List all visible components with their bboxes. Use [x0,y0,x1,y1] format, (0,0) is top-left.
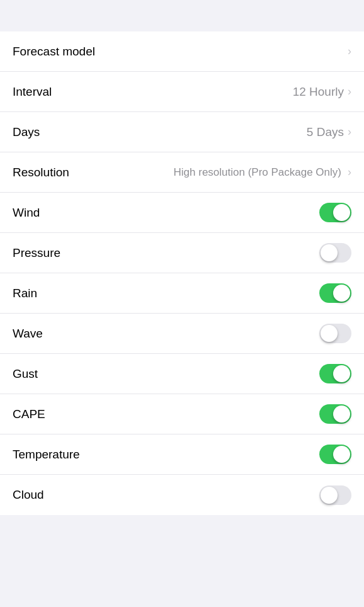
gust-row: Gust [0,354,364,394]
rain-row: Rain [0,273,364,314]
interval-row[interactable]: Interval 12 Hourly › [0,72,364,112]
chevron-right-icon: › [348,166,351,179]
days-row[interactable]: Days 5 Days › [0,112,364,152]
rain-label: Rain [13,286,37,300]
cloud-row: Cloud [0,475,364,515]
pressure-toggle[interactable] [319,243,351,263]
days-value: 5 Days [307,125,344,139]
resolution-right: High resolution (Pro Package Only) › [74,166,351,179]
temperature-toggle[interactable] [319,445,351,464]
wave-label: Wave [13,327,43,341]
days-right: 5 Days › [307,125,351,139]
top-bar [0,0,364,31]
interval-label: Interval [13,85,52,99]
cape-toggle[interactable] [319,404,351,424]
chevron-right-icon: › [348,125,351,139]
wave-row: Wave [0,314,364,354]
gust-toggle[interactable] [319,364,351,383]
resolution-value: High resolution (Pro Package Only) [174,166,341,179]
interval-value: 12 Hourly [293,85,344,99]
cape-row: CAPE [0,394,364,434]
interval-right: 12 Hourly › [293,85,351,99]
chevron-right-icon: › [348,45,351,58]
chevron-right-icon: › [348,85,351,98]
resolution-row[interactable]: Resolution High resolution (Pro Package … [0,152,364,193]
cloud-toggle[interactable] [319,485,351,505]
forecast-model-label: Forecast model [13,45,95,59]
rain-toggle[interactable] [319,283,351,303]
forecast-model-row[interactable]: Forecast model › [0,31,364,72]
cloud-label: Cloud [13,488,44,502]
temperature-label: Temperature [13,448,80,462]
pressure-row: Pressure [0,233,364,273]
cape-label: CAPE [13,407,45,421]
resolution-label: Resolution [13,166,69,179]
wind-label: Wind [13,206,40,220]
wind-row: Wind [0,193,364,233]
forecast-model-right: › [348,45,351,58]
gust-label: Gust [13,367,38,381]
bottom-area [0,515,364,565]
temperature-row: Temperature [0,434,364,475]
settings-list: Forecast model › Interval 12 Hourly › Da… [0,31,364,515]
wave-toggle[interactable] [319,324,351,343]
days-label: Days [13,125,40,139]
pressure-label: Pressure [13,246,60,260]
wind-toggle[interactable] [319,203,351,222]
